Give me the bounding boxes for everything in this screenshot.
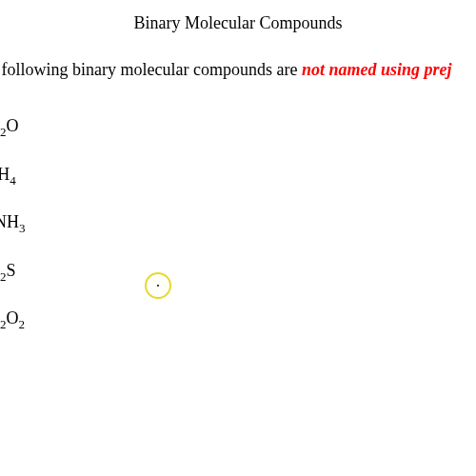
instruction-prefix: he following binary molecular compounds … — [0, 60, 302, 79]
formula-part: NH — [0, 212, 19, 231]
formula-subscript: 3 — [19, 221, 26, 235]
formula-part: S — [7, 261, 16, 280]
list-item: I2O2 — [0, 308, 476, 332]
instruction-emphasis: not named using prej — [302, 60, 452, 79]
formula-part: 'H — [0, 165, 10, 184]
formula-subscript: 4 — [10, 172, 16, 187]
compound-list: I2O 'H4 NH3 I2S I2O2 — [0, 116, 476, 332]
formula-part: O — [7, 116, 19, 135]
page-title: Binary Molecular Compounds — [0, 0, 476, 33]
cursor-highlight-icon — [145, 272, 171, 299]
cursor-dot-icon — [157, 285, 159, 287]
formula-subscript: 2 — [19, 317, 26, 331]
list-item: 'H4 — [0, 165, 476, 188]
list-item: I2O — [0, 116, 476, 140]
list-item: I2S — [0, 261, 476, 285]
instruction-text: he following binary molecular compounds … — [0, 60, 476, 80]
list-item: NH3 — [0, 212, 476, 236]
formula-part: O — [7, 308, 19, 327]
